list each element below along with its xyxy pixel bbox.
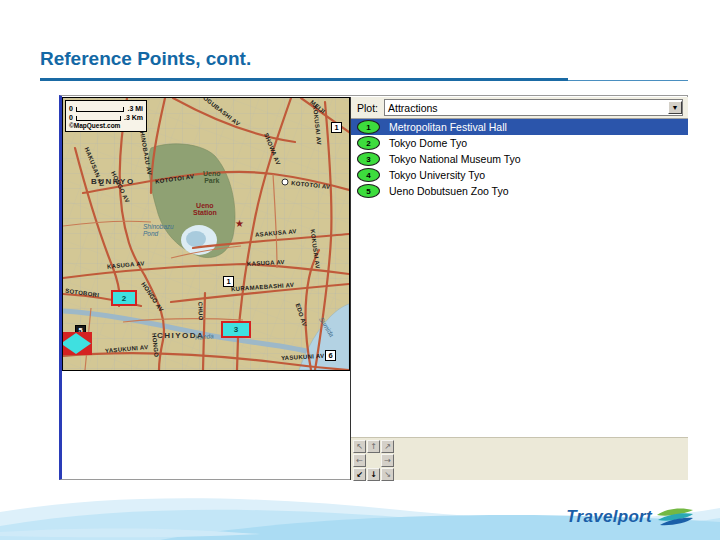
map-viewport[interactable]: HAKUSAN AVHONGO AVSHINOBAZU AVKOTOTOI AV… (62, 97, 350, 371)
map-label: Shinobazu Pond (143, 224, 174, 238)
plot-dropdown[interactable]: Attractions ▼ (384, 99, 683, 116)
reference-point-marker-2[interactable]: 2 (111, 290, 137, 306)
reference-points-panel: Plot: Attractions ▼ 1Metropolitan Festiv… (351, 97, 688, 480)
scale-bar-icon (76, 107, 125, 112)
pan-arrow-button[interactable]: → (381, 454, 394, 467)
item-number-badge: 4 (357, 168, 380, 182)
diamond-icon (62, 333, 91, 354)
route-shield: 1 (331, 122, 342, 133)
map-graphic (63, 98, 349, 370)
item-label: Ueno Dobutsuen Zoo Tyo (389, 185, 508, 197)
list-item[interactable]: 5Ueno Dobutsuen Zoo Tyo (351, 183, 688, 199)
pan-arrow-button[interactable]: ↓ (367, 468, 380, 481)
pan-control-strip: ↖↑↗←→↙↓↘ (351, 437, 688, 480)
chevron-down-icon: ▼ (672, 104, 679, 111)
title-underline-thick (40, 78, 568, 81)
item-label: Tokyo National Museum Tyo (389, 153, 521, 165)
map-label: Ueno Station (193, 202, 217, 217)
pan-arrow-button[interactable]: ↗ (381, 440, 394, 453)
attractions-list: 1Metropolitan Festival Hall2Tokyo Dome T… (351, 119, 688, 199)
scale-bar2-icon (76, 116, 121, 121)
travelport-logo-text: Travelport (566, 507, 652, 527)
item-label: Tokyo Dome Tyo (389, 137, 467, 149)
pan-arrow-button[interactable]: ↑ (367, 440, 380, 453)
travelport-swoosh-icon (656, 506, 694, 528)
list-item[interactable]: 2Tokyo Dome Tyo (351, 135, 688, 151)
dropdown-arrow-button[interactable]: ▼ (668, 101, 682, 114)
pan-arrow-button[interactable]: ← (353, 454, 366, 467)
plot-dropdown-value: Attractions (388, 102, 438, 114)
pan-arrow-button[interactable]: ↙ (353, 468, 366, 481)
travelport-logo: Travelport (566, 506, 694, 528)
map-scale: 0 .3 Mi 0 .3 Km ©MapQuest.com (65, 100, 147, 132)
item-number-badge: 2 (357, 136, 380, 150)
list-item[interactable]: 3Tokyo National Museum Tyo (351, 151, 688, 167)
reference-point-marker-diamond[interactable] (62, 332, 92, 355)
map-label: Ueno Park (203, 170, 221, 185)
reference-point-marker-3[interactable]: 3 (221, 321, 251, 338)
route-shield: 1 (223, 276, 234, 287)
list-item[interactable]: 1Metropolitan Festival Hall (351, 119, 688, 135)
plot-label: Plot: (357, 102, 378, 114)
pan-grid: ↖↑↗←→↙↓↘ (353, 440, 688, 481)
station-star-icon: ★ (235, 218, 244, 229)
list-filler (351, 199, 688, 437)
page-title: Reference Points, cont. (40, 48, 251, 70)
item-number-badge: 5 (357, 184, 380, 198)
route-shield: 6 (325, 350, 336, 361)
item-label: Tokyo University Tyo (389, 169, 485, 181)
scale-zero: 0 (69, 105, 73, 112)
slide: Reference Points, cont. (0, 0, 720, 540)
pan-arrow-button[interactable]: ↘ (381, 468, 394, 481)
scale-mi: .3 Mi (127, 105, 143, 112)
item-number-badge: 3 (357, 152, 380, 166)
item-label: Metropolitan Festival Hall (389, 121, 507, 133)
map-label: CHUO (197, 302, 204, 321)
pan-spacer (367, 454, 380, 467)
plot-bar: Plot: Attractions ▼ (351, 97, 688, 119)
list-item[interactable]: 4Tokyo University Tyo (351, 167, 688, 183)
pan-arrow-button[interactable]: ↖ (353, 440, 366, 453)
item-number-badge: 1 (357, 120, 380, 134)
scale-km: .3 Km (124, 114, 143, 121)
scale-zero2: 0 (69, 114, 73, 121)
mapquest-copyright: ©MapQuest.com (69, 122, 143, 129)
map-label: BUNKYO (91, 178, 135, 186)
